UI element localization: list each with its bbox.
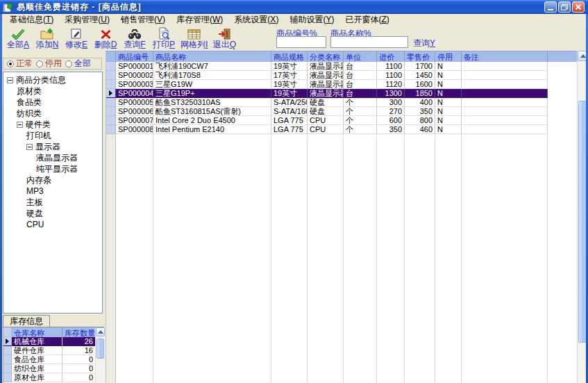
column-header[interactable]: 零售价 [405, 51, 435, 62]
toolbar-button-label: 删除D [94, 40, 117, 49]
stock-column-header[interactable]: 库存数量 [62, 327, 96, 337]
close-button[interactable] [572, 1, 585, 13]
tree-item-label: 硬件类 [26, 119, 51, 131]
table-row[interactable]: SP000002飞利浦170S817英寸液晶显示器台11001450N [106, 71, 577, 80]
current-row-icon [6, 339, 9, 344]
grid-fill-cell [116, 134, 153, 383]
tree-item[interactable]: 原材类 [3, 85, 102, 97]
minimize-button[interactable] [544, 1, 557, 13]
table-row[interactable]: SP000004三星G19P+19英寸液晶显示器台13001850N [106, 89, 577, 98]
product-code-input[interactable] [276, 36, 326, 48]
stock-row[interactable]: 原材仓库0 [3, 373, 105, 382]
cell: N [435, 98, 462, 107]
stock-scroll-up-button[interactable] [96, 327, 105, 336]
tree-item-label: 纯平显示器 [36, 163, 78, 175]
toolbar-button-P[interactable]: 打印P [149, 26, 178, 50]
menu-item-Y[interactable]: 辅助设置(Y) [284, 13, 339, 27]
toolbar-button-N[interactable]: 添加N [33, 26, 62, 50]
stock-row[interactable]: 食品仓库0 [3, 355, 105, 364]
toolbar-button-F[interactable]: 查询F [120, 26, 149, 50]
grid-fill [106, 134, 577, 383]
stock-row[interactable]: 纺织仓库0 [3, 364, 105, 373]
table-row[interactable]: SP000007Intel Core 2 Duo E4500LGA 775CPU… [106, 116, 577, 125]
tree-item[interactable]: 内存条 [3, 174, 102, 186]
cell: 液晶显示器 [308, 62, 344, 71]
radio-option-1[interactable]: 停用 [36, 58, 62, 70]
toolbar-button-D[interactable]: 删除D [91, 26, 120, 50]
grid-fill-cell [308, 134, 344, 383]
table-row[interactable]: SP000003三星G19W19英寸液晶显示器台11201600N [106, 80, 577, 89]
tree-item[interactable]: 主板 [3, 197, 102, 208]
menu-item-T[interactable]: 基础信息(T) [4, 13, 59, 27]
column-header[interactable]: 备注 [462, 51, 548, 62]
tree-item[interactable]: 硬盘 [3, 208, 102, 219]
tree-item[interactable]: 显示器 [3, 141, 102, 152]
product-name-input[interactable] [330, 36, 408, 48]
tree-item-label: 液晶显示器 [36, 152, 78, 164]
column-header[interactable]: 商品名称 [153, 51, 271, 62]
cell: 机械仓库 [12, 337, 62, 346]
tree-item[interactable]: 硬件类 [3, 119, 102, 130]
menu-item-U[interactable]: 采购管理(U) [59, 13, 115, 27]
stock-scrollbar[interactable] [95, 327, 105, 383]
cell: 台 [344, 80, 377, 89]
radio-option-0[interactable]: 正常 [7, 58, 33, 70]
column-header[interactable]: 商品编号 [116, 51, 153, 62]
radio-option-2[interactable]: 全部 [65, 58, 91, 70]
cell: 270 [377, 107, 405, 116]
tree-item[interactable]: 液晶显示器 [3, 152, 102, 163]
delete-icon [100, 26, 112, 40]
restore-button[interactable] [558, 1, 571, 13]
row-filler [548, 98, 577, 107]
cell: N [435, 116, 462, 125]
tree-item[interactable]: MP3 [3, 186, 102, 197]
tree-item[interactable]: CPU [3, 219, 102, 230]
toolbar-button-I[interactable]: 网格列I [178, 26, 210, 50]
cell: 1700 [405, 62, 435, 71]
tree-item[interactable]: 食品类 [3, 97, 102, 108]
close-icon [575, 3, 582, 10]
cell: N [435, 125, 462, 134]
grid-fill-selector [106, 134, 116, 383]
edit-icon [71, 26, 82, 40]
column-header[interactable]: 分类名称 [308, 51, 344, 62]
column-header[interactable]: 商品规格 [271, 51, 308, 62]
tree-item[interactable]: 商品分类信息 [3, 74, 102, 85]
menu-item-X[interactable]: 系统设置(X) [228, 13, 284, 27]
collapse-icon[interactable] [17, 122, 23, 128]
toolbar-button-Q[interactable]: 退出Q [210, 26, 239, 50]
column-header[interactable]: 停用 [435, 51, 462, 62]
column-header[interactable]: 单位 [344, 51, 377, 62]
stock-row[interactable]: 硬件仓库16 [3, 346, 105, 355]
table-row[interactable]: SP000001飞利浦190CW719英寸液晶显示器台11001700N [106, 62, 577, 71]
cell: 酷鱼ST3250310AS [153, 98, 271, 107]
tree-item[interactable]: 纯平显示器 [3, 163, 102, 174]
stock-column-header[interactable]: 仓库名称 [12, 327, 62, 337]
toolbar-button-A[interactable]: 全部A [3, 26, 33, 50]
tree-item[interactable]: 纺织类 [3, 108, 102, 119]
collapse-icon[interactable] [7, 77, 13, 83]
table-row[interactable]: SP000006酷鱼ST3160815AS(雷射)S-ATA/160G硬盘个27… [106, 107, 577, 116]
tab-stock-info[interactable]: 库存信息 [3, 315, 50, 327]
column-header[interactable]: 进价 [377, 51, 405, 62]
table-row[interactable]: SP000008Intel Pentium E2140LGA 775CPU个35… [106, 125, 577, 134]
cell: 19英寸 [271, 89, 308, 98]
menu-item-Z[interactable]: 已开窗体(Z) [339, 13, 394, 27]
toolbar-button-label: 退出Q [213, 40, 236, 49]
radio-option-label: 全部 [74, 58, 91, 70]
cell: Intel Pentium E2140 [153, 125, 271, 134]
menu-item-V[interactable]: 销售管理(V) [115, 13, 171, 27]
grid-fill-cell [377, 134, 405, 383]
grid-icon [187, 26, 201, 40]
cell: 1120 [377, 80, 405, 89]
current-row-icon [109, 90, 112, 96]
stock-row[interactable]: 机械仓库26 [3, 337, 105, 346]
toolbar-button-E[interactable]: 修改E [62, 26, 91, 50]
menu-item-W[interactable]: 库存管理(W) [171, 13, 228, 27]
stock-scroll-thumb[interactable] [96, 339, 104, 359]
tree-item[interactable]: 打印机 [3, 130, 102, 141]
cell [462, 116, 548, 125]
table-row[interactable]: SP000005酷鱼ST3250310ASS-ATA/250G硬盘个300400… [106, 98, 577, 107]
query-link[interactable]: 查询Y [413, 38, 435, 49]
collapse-icon[interactable] [26, 144, 33, 150]
